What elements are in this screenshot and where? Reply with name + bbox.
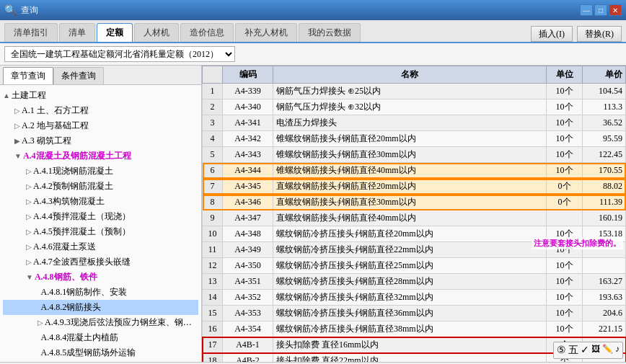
- data-table: 编码 名称 单位 单价 1 A4-339 钢筋气压力焊接头 ⊕25以内 10个 …: [202, 66, 626, 362]
- tree-item[interactable]: A.4.8.2钢筋接头: [3, 300, 198, 315]
- tree-item[interactable]: ▷A.4.1现浇钢筋混凝土: [3, 164, 198, 179]
- replace-button[interactable]: 替换(R): [577, 26, 622, 42]
- left-panel: 章节查询 条件查询 ▲土建工程 ▷A.1 土、石方工程 ▷A.2 地与基础工程 …: [0, 66, 202, 362]
- toolbar: 全国统一建筑工程基础定额河北省消耗量定额（2012）: [0, 43, 626, 66]
- maximize-btn[interactable]: □: [594, 4, 607, 16]
- tool-icon-3[interactable]: ✓: [581, 344, 589, 357]
- tree-item[interactable]: A.4.8.5成型钢筋场外运输: [3, 345, 198, 360]
- tree-item[interactable]: ▼A.4混凝土及钢筋混凝土工程: [3, 148, 198, 164]
- search-tabs: 章节查询 条件查询: [0, 66, 201, 85]
- tree-item[interactable]: ▷A.4.6混凝土泵送: [3, 239, 198, 254]
- tool-icon-6[interactable]: ♪: [615, 344, 620, 357]
- tab-rencaiji[interactable]: 人材机: [134, 23, 179, 42]
- main-area: 章节查询 条件查询 ▲土建工程 ▷A.1 土、石方工程 ▷A.2 地与基础工程 …: [0, 66, 626, 362]
- table-row[interactable]: 6 A4-344 锥螺纹钢筋接头∮钢筋直径40mm以内 10个 170.55: [203, 163, 626, 179]
- right-panel: 编码 名称 单位 单价 1 A4-339 钢筋气压力焊接头 ⊕25以内 10个 …: [202, 66, 626, 362]
- tab-zaojia[interactable]: 造价信息: [180, 23, 234, 42]
- table-row[interactable]: 5 A4-343 锥螺纹钢筋接头∮钢筋直径30mm以内 10个 122.45: [203, 147, 626, 163]
- tree-item[interactable]: ▷A.4.9.3现浇后弦法预应力钢丝束、钢绞线: [3, 315, 198, 330]
- tabs-bar: 清单指引 清单 定额 人材机 造价信息 补充人材机 我的云数据 插入(I) 替换…: [0, 20, 626, 43]
- tree-item[interactable]: ▲土建工程: [3, 88, 198, 103]
- window-controls: — □ ✕: [580, 4, 622, 16]
- floating-toolbar: ⑤ 五 ✓ 🖼 ✏️ ♪: [553, 342, 623, 359]
- title-bar: 🔍 查询 — □ ✕: [0, 0, 626, 20]
- tree-item[interactable]: ▷A.1 土、石方工程: [3, 103, 198, 118]
- table-row[interactable]: 4 A4-342 锥螺纹钢筋接头∮钢筋直径20mm以内 10个 95.59: [203, 131, 626, 147]
- tree-item[interactable]: ▷A.4.4预拌混凝土（现浇）: [3, 209, 198, 224]
- minimize-btn[interactable]: —: [580, 4, 593, 16]
- insert-button[interactable]: 插入(I): [531, 26, 573, 42]
- table-row[interactable]: 10 A4-348 螺纹钢筋冷挤压接头∮钢筋直径20mm以内 10个 153.1…: [203, 226, 626, 242]
- tree-item[interactable]: ▷A.2 地与基础工程: [3, 118, 198, 133]
- tool-icon-1[interactable]: ⑤: [557, 344, 566, 357]
- tab-qingdan-zhiyin[interactable]: 清单指引: [4, 23, 58, 42]
- tree-item[interactable]: ▷A.5厂库房大门、特种门、木结构工程: [3, 360, 198, 362]
- tree-item[interactable]: ▷A.4.3构筑物混凝土: [3, 194, 198, 209]
- close-btn[interactable]: ✕: [609, 4, 622, 16]
- quota-selector[interactable]: 全国统一建筑工程基础定额河北省消耗量定额（2012）: [4, 46, 235, 62]
- table-container: 编码 名称 单位 单价 1 A4-339 钢筋气压力焊接头 ⊕25以内 10个 …: [202, 66, 626, 362]
- table-row[interactable]: 14 A4-352 螺纹钢筋冷挤压接头∮钢筋直径32mm以内 10个 193.6…: [203, 290, 626, 306]
- window-icon: 🔍: [4, 4, 17, 17]
- tab-condition-search[interactable]: 条件查询: [53, 67, 104, 84]
- col-name-header: 名称: [273, 66, 547, 84]
- window-title: 查询: [21, 4, 38, 17]
- table-row[interactable]: 1 A4-339 钢筋气压力焊接头 ⊕25以内 10个 104.54: [203, 84, 626, 99]
- tab-buzu[interactable]: 补充人材机: [235, 23, 297, 42]
- tool-icon-5[interactable]: ✏️: [602, 344, 613, 357]
- tree-item[interactable]: A.4.8.1钢筋制作、安装: [3, 285, 198, 300]
- tab-cloud[interactable]: 我的云数据: [299, 23, 361, 42]
- tab-dinge[interactable]: 定额: [97, 23, 133, 42]
- table-row[interactable]: 3 A4-341 电渣压力焊接头 10个 36.52: [203, 115, 626, 131]
- table-row[interactable]: 13 A4-351 螺纹钢筋冷挤压接头∮钢筋直径28mm以内 10个 163.2…: [203, 274, 626, 290]
- table-row[interactable]: 2 A4-340 钢筋气压力焊接头 ⊕32以内 10个 113.3: [203, 99, 626, 115]
- table-row[interactable]: 8 A4-346 直螺纹钢筋接头∮钢筋直径30mm以内 0个 111.39: [203, 195, 626, 210]
- table-row[interactable]: 15 A4-353 螺纹钢筋冷挤压接头∮钢筋直径36mm以内 10个 204.6: [203, 306, 626, 321]
- tree-item[interactable]: A.4.8.4混凝土内植筋: [3, 330, 198, 345]
- table-row[interactable]: 11 A4-349 螺纹钢筋冷挤压接头∮钢筋直径22mm以内 10个: [203, 242, 626, 258]
- table-row[interactable]: 16 A4-354 螺纹钢筋冷挤压接头∮钢筋直径38mm以内 10个 221.1…: [203, 321, 626, 337]
- col-unit-header: 单位: [547, 66, 583, 84]
- tree-item[interactable]: ▶A.3 砌筑工程: [3, 133, 198, 148]
- tree-item[interactable]: ▷A.4.7全波西壁板接头嵌缝: [3, 254, 198, 270]
- table-row[interactable]: 7 A4-345 直螺纹钢筋接头∮钢筋直径20mm以内 0个 88.02: [203, 179, 626, 195]
- tab-chapter-search[interactable]: 章节查询: [3, 67, 53, 84]
- tool-icon-4[interactable]: 🖼: [591, 344, 600, 357]
- table-row[interactable]: 9 A4-347 直螺纹钢筋接头∮钢筋直径40mm以内 160.19: [203, 210, 626, 226]
- tree-item[interactable]: ▷A.4.2预制钢筋混凝土: [3, 179, 198, 194]
- tool-icon-2[interactable]: 五: [568, 344, 578, 357]
- col-price-header: 单价: [583, 66, 626, 84]
- tree-item[interactable]: ▷A.4.5预拌混凝土（预制）: [3, 224, 198, 239]
- col-code-header: 编码: [223, 66, 273, 84]
- col-num-header: [203, 66, 223, 84]
- tree-container[interactable]: ▲土建工程 ▷A.1 土、石方工程 ▷A.2 地与基础工程 ▶A.3 砌筑工程 …: [0, 85, 201, 362]
- tree-item[interactable]: ▼A.4.8钢筋、铁件: [3, 270, 198, 285]
- table-row[interactable]: 12 A4-350 螺纹钢筋冷挤压接头∮钢筋直径25mm以内 10个: [203, 258, 626, 274]
- tab-qingdan[interactable]: 清单: [59, 23, 95, 42]
